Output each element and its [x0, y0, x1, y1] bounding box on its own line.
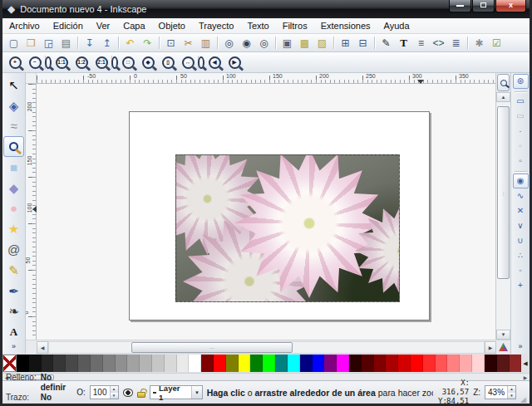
- palette-swatch[interactable]: [66, 355, 78, 372]
- redo-button[interactable]: ↷: [139, 35, 156, 51]
- zoom-to-selection-button[interactable]: ◎: [220, 35, 238, 51]
- snap-paths[interactable]: ∿: [513, 188, 529, 203]
- menu-capa[interactable]: Capa: [116, 19, 151, 32]
- hscroll-right-arrow[interactable]: ▶: [485, 341, 496, 354]
- separator[interactable]: [156, 35, 162, 51]
- menu-texto[interactable]: Texto: [240, 19, 275, 32]
- palette-swatch[interactable]: [201, 355, 214, 372]
- menu-objeto[interactable]: Objeto: [152, 19, 192, 32]
- menu-ayuda[interactable]: Ayuda: [377, 19, 416, 32]
- palette-swatch[interactable]: [313, 355, 325, 372]
- palette-swatch[interactable]: [362, 355, 374, 372]
- palette-swatch[interactable]: [423, 355, 436, 372]
- xml-editor-button[interactable]: <>: [430, 35, 447, 51]
- palette-swatch[interactable]: [103, 355, 116, 372]
- separator[interactable]: [111, 54, 118, 71]
- palette-swatch[interactable]: [386, 355, 398, 372]
- palette-swatch[interactable]: [127, 355, 140, 372]
- zoom-selection-button[interactable]: □: [118, 54, 138, 71]
- color-management-toggle[interactable]: [496, 341, 510, 354]
- document-properties-button[interactable]: ☑: [488, 35, 505, 51]
- cactus-flowers-photo[interactable]: [175, 154, 400, 302]
- zoom-drawing-button[interactable]: ◆: [138, 54, 158, 71]
- palette-swatch[interactable]: [497, 355, 510, 372]
- palette-swatch[interactable]: [337, 355, 349, 372]
- snapbar-overflow-chevron[interactable]: »: [518, 342, 522, 350]
- separator[interactable]: [75, 35, 81, 51]
- text-dialog-button[interactable]: T: [395, 35, 412, 51]
- palette-more-arrow[interactable]: ◀: [521, 355, 530, 372]
- snap-bbox-edges[interactable]: ▭: [513, 109, 529, 124]
- rectangle-tool[interactable]: ■: [3, 157, 24, 178]
- cut-button[interactable]: ✂: [180, 35, 197, 51]
- separator[interactable]: [331, 35, 337, 51]
- duplicate-button[interactable]: ▣: [278, 35, 296, 51]
- palette-scroll-right-arrow[interactable]: ▶: [521, 374, 530, 380]
- separator[interactable]: [273, 35, 278, 51]
- tweak-tool[interactable]: ≈: [3, 116, 24, 137]
- pen-tool[interactable]: ✒: [3, 281, 24, 301]
- new-document-button[interactable]: ▢: [5, 35, 22, 51]
- menu-filtros[interactable]: Filtros: [276, 19, 314, 32]
- palette-swatch[interactable]: [349, 355, 362, 372]
- vscroll-thumb[interactable]: ⋮: [497, 106, 510, 279]
- print-button[interactable]: ▤: [57, 35, 75, 51]
- current-layer-selector[interactable]: Layer 1 ▼: [150, 385, 203, 399]
- layer-visibility-eye-icon[interactable]: [123, 389, 134, 397]
- chevron-down-icon[interactable]: ▼: [191, 386, 201, 399]
- zoom-1-2-button[interactable]: 1:2: [71, 54, 91, 71]
- layers-dialog-button[interactable]: ≡: [412, 35, 430, 51]
- snap-midpoints[interactable]: ∴: [513, 248, 529, 263]
- snap-object-centers[interactable]: ◦: [513, 263, 529, 278]
- palette-swatch[interactable]: [226, 355, 239, 372]
- vscroll-track[interactable]: ⋮: [496, 102, 510, 330]
- palette-swatch[interactable]: [250, 355, 263, 372]
- palette-swatch[interactable]: [374, 355, 387, 372]
- spiral-tool[interactable]: @: [3, 239, 24, 260]
- palette-swatch[interactable]: [42, 355, 54, 372]
- zoom-previous-button[interactable]: ◀: [204, 54, 224, 71]
- vscroll-up-arrow[interactable]: ▲: [496, 92, 510, 102]
- vscroll-down-arrow[interactable]: ▼: [496, 330, 510, 340]
- zoom-1-1-button[interactable]: 1:1: [52, 54, 71, 71]
- palette-swatch[interactable]: [91, 355, 103, 372]
- menu-trayecto[interactable]: Trayecto: [192, 19, 240, 32]
- zoom-to-page-button[interactable]: ◎: [255, 35, 273, 51]
- menu-ver[interactable]: Ver: [90, 19, 117, 32]
- palette-swatch[interactable]: [472, 355, 485, 372]
- create-clone-button[interactable]: ▩: [296, 35, 313, 51]
- menu-extensiones[interactable]: Extensiones: [314, 19, 377, 32]
- separator[interactable]: [465, 35, 470, 51]
- pencil-tool[interactable]: ✎: [3, 260, 24, 281]
- palette-swatch[interactable]: [460, 355, 472, 372]
- palette-swatch[interactable]: [288, 355, 300, 372]
- snap-bbox-corners[interactable]: ∙: [513, 124, 529, 139]
- horizontal-ruler[interactable]: -50 0 50 100 150 200 250 300: [37, 73, 495, 84]
- hscroll-track[interactable]: ⋯: [48, 341, 485, 354]
- separator[interactable]: [198, 54, 204, 71]
- palette-swatch[interactable]: [436, 355, 448, 372]
- close-button[interactable]: x: [495, 0, 526, 12]
- toolbox-overflow-chevron[interactable]: »: [12, 342, 16, 350]
- snap-bbox-edge-midpoints[interactable]: ▫: [513, 139, 529, 154]
- zoom-to-drawing-button[interactable]: ◉: [238, 35, 255, 51]
- palette-swatch[interactable]: [398, 355, 411, 372]
- separator[interactable]: [45, 54, 52, 71]
- spin-down-arrow[interactable]: ▼: [111, 393, 118, 399]
- spin-up-arrow[interactable]: ▲: [111, 386, 118, 393]
- palette-swatch[interactable]: [239, 355, 251, 372]
- fill-stroke-indicator[interactable]: Relleno: No definir Trazo: No definir: [6, 373, 72, 406]
- palette-swatch[interactable]: [53, 355, 66, 372]
- preferences-button[interactable]: ✱: [470, 35, 488, 51]
- copy-button[interactable]: ⊡: [162, 35, 180, 51]
- palette-swatch[interactable]: [411, 355, 423, 372]
- snap-enabled-toggle[interactable]: ⊛: [513, 74, 529, 89]
- zoom-next-button[interactable]: ▶: [224, 54, 244, 71]
- snap-path-intersections[interactable]: ✕: [513, 203, 529, 218]
- export-button[interactable]: ↥: [98, 35, 116, 51]
- box-3d-tool[interactable]: ◆: [3, 178, 24, 198]
- import-button[interactable]: ↧: [81, 35, 98, 51]
- hscroll-left-arrow[interactable]: ◀: [37, 341, 48, 354]
- palette-swatch[interactable]: [189, 355, 201, 372]
- ungroup-button[interactable]: ⊟: [354, 35, 372, 51]
